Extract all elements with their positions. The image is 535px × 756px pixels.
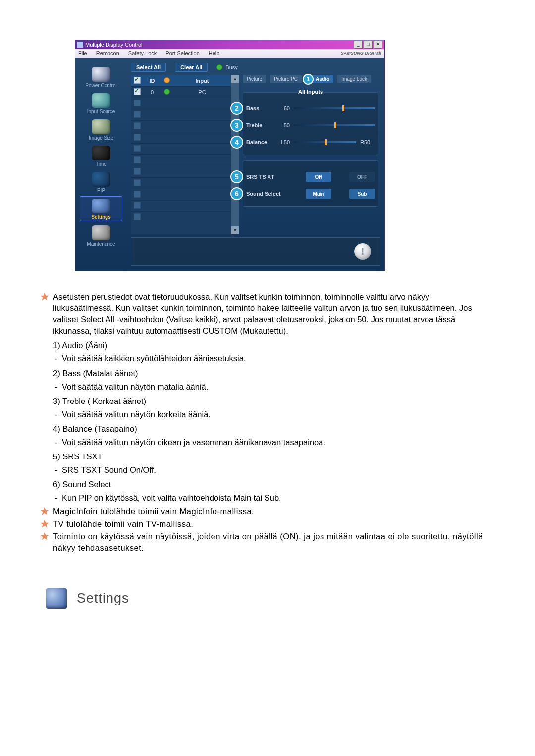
buttons-panel: 5 SRS TS XT ON OFF 6 Sound Select [243, 160, 378, 207]
badge-5: 5 [230, 170, 243, 183]
app-body: Power Control Input Source Image Size Ti… [75, 58, 384, 271]
menu-help[interactable]: Help [209, 50, 220, 56]
sidebar-item-settings[interactable]: Settings [80, 196, 122, 221]
scroll-down-icon[interactable]: ▾ [231, 226, 239, 234]
menubar: File Remocon Safety Lock Port Selection … [75, 49, 384, 58]
badge-6: 6 [230, 187, 243, 200]
tab-picture[interactable]: Picture [243, 75, 266, 83]
select-all-button[interactable]: Select All [131, 63, 166, 72]
header-id: ID [144, 78, 160, 84]
power-icon [92, 67, 110, 82]
header-checkbox-icon[interactable] [134, 77, 141, 84]
bass-row: 2 Bass 60 [246, 101, 375, 115]
badge-2: 2 [230, 102, 243, 115]
minimize-button[interactable]: _ [354, 41, 363, 49]
row-checkbox[interactable] [134, 145, 141, 152]
maximize-button[interactable]: □ [364, 41, 373, 49]
busy-dot-icon [216, 64, 222, 70]
scroll-up-icon[interactable]: ▴ [231, 75, 239, 83]
row-status-icon [164, 89, 170, 95]
table-row[interactable]: 0PC [131, 86, 231, 98]
sidebar: Power Control Input Source Image Size Ti… [75, 58, 127, 271]
row-checkbox[interactable] [134, 88, 141, 95]
srs-off-button[interactable]: OFF [349, 172, 375, 182]
svg-marker-3 [41, 532, 49, 540]
table-row[interactable] [131, 177, 231, 189]
clear-all-button[interactable]: Clear All [175, 63, 208, 72]
table-row[interactable] [131, 200, 231, 211]
item-2: 2) Bass (Matalat äänet) Voit säätää vali… [46, 368, 489, 393]
sound-main-button[interactable]: Main [306, 189, 331, 199]
settings-icon [92, 199, 110, 213]
menu-file[interactable]: File [78, 50, 87, 56]
mdc-screenshot: Multiple Display Control _ □ ✕ File Remo… [75, 40, 384, 271]
app-icon [77, 42, 83, 48]
star-icon [40, 532, 49, 541]
table-row[interactable] [131, 109, 231, 120]
balance-row: 4 Balance L50 R50 [246, 135, 375, 149]
star-icon [40, 292, 49, 301]
row-checkbox[interactable] [134, 202, 141, 209]
table-row[interactable] [131, 143, 231, 154]
table-row[interactable] [131, 132, 231, 143]
svg-marker-1 [41, 507, 49, 515]
row-checkbox[interactable] [134, 111, 141, 118]
menu-remocon[interactable]: Remocon [96, 50, 119, 56]
menu-port-selection[interactable]: Port Selection [165, 50, 199, 56]
row-checkbox[interactable] [134, 191, 141, 198]
time-icon [92, 146, 110, 160]
app-window: Multiple Display Control _ □ ✕ File Remo… [75, 40, 385, 271]
warning-icon: ! [354, 243, 371, 260]
note-paragraph: Asetusten perustiedot ovat tietoruudukos… [46, 291, 489, 337]
table-header: ID Input [131, 75, 231, 86]
pip-icon [92, 172, 110, 187]
table-row[interactable] [131, 154, 231, 166]
section-heading: Settings [46, 588, 489, 609]
row-checkbox[interactable] [134, 134, 141, 141]
tab-audio[interactable]: 1 Audio [306, 75, 333, 83]
menu-safety-lock[interactable]: Safety Lock [128, 50, 157, 56]
sidebar-item-input-source[interactable]: Input Source [80, 91, 122, 115]
close-button[interactable]: ✕ [374, 41, 382, 49]
tab-picture-pc[interactable]: Picture PC [270, 75, 302, 83]
item-4: 4) Balance (Tasapaino) Voit säätää valit… [46, 423, 489, 448]
row-id: 0 [144, 89, 160, 95]
star-icon [40, 507, 49, 516]
table-scrollbar[interactable]: ▴ ▾ [231, 75, 239, 234]
srs-on-button[interactable]: ON [306, 172, 331, 182]
item-5: 5) SRS TSXT SRS TSXT Sound On/Off. [46, 451, 489, 476]
sidebar-item-power-control[interactable]: Power Control [80, 65, 122, 89]
row-checkbox[interactable] [134, 100, 141, 106]
sidebar-item-maintenance[interactable]: Maintenance [80, 223, 122, 248]
sidebar-item-image-size[interactable]: Image Size [80, 117, 122, 142]
brand-label: SAMSUNG DIGITall [341, 51, 381, 56]
table-row[interactable] [131, 98, 231, 109]
row-checkbox[interactable] [134, 179, 141, 186]
main-area: Select All Clear All Busy [127, 58, 384, 271]
all-inputs-panel: All Inputs 2 Bass 60 3 Treble [243, 92, 378, 155]
table-row[interactable] [131, 166, 231, 177]
table-row[interactable] [131, 211, 231, 223]
item-1: 1) Audio (Ääni) Voit säätää kaikkien syö… [46, 340, 489, 364]
sidebar-item-pip[interactable]: PIP [80, 170, 122, 194]
table-row[interactable] [131, 120, 231, 132]
sidebar-item-time[interactable]: Time [80, 144, 122, 168]
row-input: PC [173, 89, 231, 95]
svg-marker-0 [41, 293, 49, 301]
row-checkbox[interactable] [134, 213, 141, 220]
svg-marker-2 [41, 519, 49, 527]
sound-sub-button[interactable]: Sub [349, 189, 375, 199]
treble-slider[interactable] [294, 124, 375, 126]
srs-row: 5 SRS TS XT ON OFF [246, 170, 375, 184]
table-row[interactable] [131, 189, 231, 200]
row-checkbox[interactable] [134, 168, 141, 175]
balance-slider[interactable] [294, 141, 356, 143]
panel-title: All Inputs [295, 89, 326, 95]
badge-3: 3 [230, 119, 243, 132]
tabs: Picture Picture PC 1 Audio Image Lock [243, 75, 378, 83]
input-source-icon [92, 93, 110, 108]
row-checkbox[interactable] [134, 156, 141, 163]
tab-image-lock[interactable]: Image Lock [337, 75, 371, 83]
bass-slider[interactable] [294, 107, 375, 109]
row-checkbox[interactable] [134, 122, 141, 129]
